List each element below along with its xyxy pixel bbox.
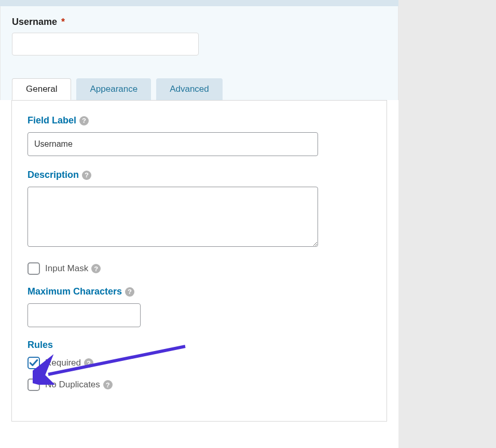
- required-label-text: Required: [45, 358, 81, 368]
- no-duplicates-label: No Duplicates ?: [45, 380, 113, 390]
- input-mask-checkbox[interactable]: [27, 262, 40, 275]
- help-icon[interactable]: ?: [91, 264, 101, 273]
- required-label: Required ?: [45, 358, 93, 368]
- tab-advanced[interactable]: Advanced: [156, 78, 223, 100]
- tab-appearance-label: Appearance: [90, 84, 137, 94]
- description-heading: Description ?: [27, 170, 371, 180]
- required-checkbox[interactable]: [27, 357, 40, 369]
- required-row: Required ?: [27, 357, 371, 369]
- tab-appearance[interactable]: Appearance: [76, 78, 151, 100]
- preview-label-text: Username: [12, 17, 57, 27]
- tab-general[interactable]: General: [12, 78, 71, 100]
- rules-heading: Rules: [27, 340, 371, 351]
- max-chars-heading: Maximum Characters ?: [27, 286, 371, 297]
- required-asterisk: *: [61, 17, 65, 27]
- input-mask-row: Input Mask ?: [27, 262, 371, 275]
- no-duplicates-label-text: No Duplicates: [45, 380, 100, 390]
- help-icon[interactable]: ?: [84, 358, 93, 368]
- panel-topbar: [0, 0, 398, 6]
- help-icon[interactable]: ?: [79, 116, 89, 125]
- help-icon[interactable]: ?: [82, 171, 91, 180]
- no-duplicates-checkbox[interactable]: [27, 379, 40, 391]
- preview-text-input[interactable]: [12, 33, 199, 55]
- no-duplicates-row: No Duplicates ?: [27, 379, 371, 391]
- max-chars-heading-text: Maximum Characters: [27, 286, 122, 297]
- tab-general-label: General: [26, 84, 57, 94]
- max-chars-input[interactable]: [27, 303, 141, 327]
- input-mask-label-text: Input Mask: [45, 263, 88, 274]
- description-textarea[interactable]: [27, 187, 318, 247]
- description-heading-text: Description: [27, 170, 79, 180]
- help-icon[interactable]: ?: [125, 287, 134, 297]
- help-icon[interactable]: ?: [103, 380, 113, 389]
- field-label-heading-text: Field Label: [27, 115, 76, 126]
- field-label-input[interactable]: [27, 132, 318, 156]
- rules-section: Rules Required ? No Duplicates ?: [27, 340, 371, 391]
- preview-field-label: Username *: [12, 17, 387, 27]
- input-mask-label: Input Mask ?: [45, 263, 101, 274]
- field-preview-area: Username *: [0, 6, 398, 65]
- field-label-heading: Field Label ?: [27, 115, 371, 126]
- tab-advanced-label: Advanced: [170, 84, 209, 94]
- settings-panel: Field Label ? Description ? Input Mask ?…: [11, 100, 387, 422]
- settings-tabs: General Appearance Advanced: [0, 65, 398, 100]
